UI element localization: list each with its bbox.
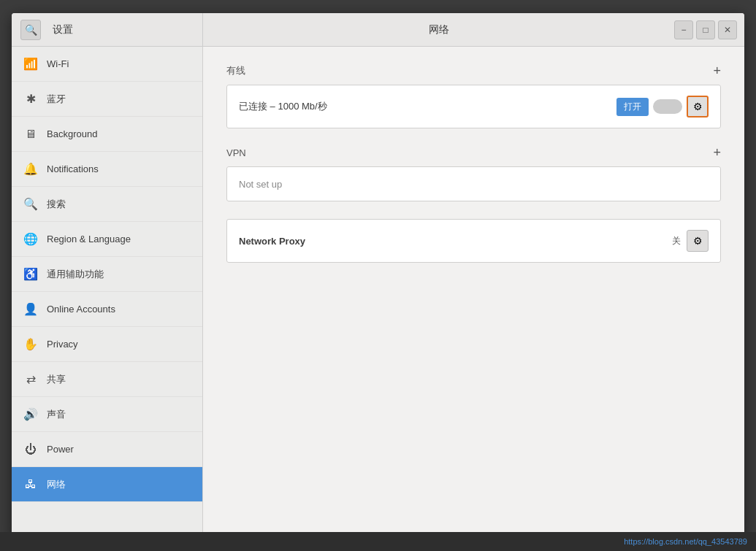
sidebar-label-wifi: Wi-Fi [47, 58, 69, 69]
wired-connection-row: 已连接 – 1000 Mb/秒 打开 ⚙ [226, 85, 721, 128]
sidebar-item-network[interactable]: 🖧 网络 [12, 467, 202, 502]
sidebar-label-region: Region & Language [47, 234, 131, 244]
wired-gear-button[interactable]: ⚙ [687, 96, 709, 117]
privacy-icon: ✋ [23, 337, 38, 351]
wired-section: 有线 + 已连接 – 1000 Mb/秒 打开 ⚙ [226, 64, 721, 128]
vpn-not-setup-row: Not set up [226, 166, 721, 201]
settings-window: 🔍 设置 网络 − □ ✕ 📶 Wi-Fi ✱ 蓝牙 🖥 B [12, 13, 744, 537]
wired-connection-label: 已连接 – 1000 Mb/秒 [239, 100, 327, 113]
proxy-gear-button[interactable]: ⚙ [687, 230, 709, 252]
share-icon: ⇄ [23, 372, 38, 386]
network-title: 网络 [203, 23, 674, 36]
sidebar-item-privacy[interactable]: ✋ Privacy [12, 327, 202, 362]
wired-toggle-slider[interactable] [653, 99, 682, 114]
sidebar-label-bluetooth: 蓝牙 [47, 93, 66, 106]
sidebar-item-search[interactable]: 🔍 搜索 [12, 187, 202, 222]
sidebar: 📶 Wi-Fi ✱ 蓝牙 🖥 Background 🔔 Notification… [12, 47, 203, 537]
sidebar-label-online-accounts: Online Accounts [47, 304, 115, 315]
sidebar-label-privacy: Privacy [47, 339, 78, 350]
window-controls: − □ ✕ [674, 20, 744, 39]
sidebar-label-background: Background [47, 128, 97, 139]
sidebar-label-sound: 声音 [47, 408, 66, 421]
vpn-section-header: VPN + [226, 146, 721, 159]
sidebar-item-online-accounts[interactable]: 👤 Online Accounts [12, 292, 202, 327]
titlebar: 🔍 设置 网络 − □ ✕ [12, 13, 744, 47]
bell-icon: 🔔 [23, 162, 38, 176]
window-body: 📶 Wi-Fi ✱ 蓝牙 🖥 Background 🔔 Notification… [12, 47, 744, 537]
vpn-add-button[interactable]: + [713, 146, 721, 159]
proxy-row: Network Proxy 关 ⚙ [226, 219, 721, 263]
sidebar-label-accessibility: 通用辅助功能 [47, 268, 104, 281]
bluetooth-icon: ✱ [23, 92, 38, 106]
wired-section-header: 有线 + [226, 64, 721, 77]
sidebar-item-notifications[interactable]: 🔔 Notifications [12, 152, 202, 187]
wired-controls: 打开 ⚙ [616, 96, 709, 117]
wifi-icon: 📶 [23, 57, 38, 71]
minimize-button[interactable]: − [674, 20, 693, 39]
vpn-not-setup-label: Not set up [239, 179, 282, 190]
sidebar-item-sharing[interactable]: ⇄ 共享 [12, 362, 202, 397]
vpn-title: VPN [226, 147, 246, 158]
accessibility-icon: ♿ [23, 267, 38, 281]
accounts-icon: 👤 [23, 302, 38, 316]
wired-title: 有线 [226, 64, 245, 77]
sidebar-label-power: Power [47, 444, 74, 455]
vpn-section: VPN + Not set up [226, 146, 721, 201]
search-icon: 🔍 [23, 197, 38, 211]
wired-add-button[interactable]: + [713, 64, 721, 77]
sidebar-item-wifi[interactable]: 📶 Wi-Fi [12, 47, 202, 82]
sidebar-item-power[interactable]: ⏻ Power [12, 432, 202, 467]
settings-title: 设置 [53, 23, 73, 36]
proxy-label: Network Proxy [239, 236, 305, 247]
proxy-section: Network Proxy 关 ⚙ [226, 219, 721, 263]
search-button[interactable]: 🔍 [20, 20, 41, 40]
sidebar-label-notifications: Notifications [47, 163, 99, 174]
sidebar-item-sound[interactable]: 🔊 声音 [12, 397, 202, 432]
statusbar: https://blog.csdn.net/qq_43543789 [0, 532, 756, 551]
sidebar-label-sharing: 共享 [47, 373, 66, 386]
globe-icon: 🌐 [23, 232, 38, 246]
proxy-controls: 关 ⚙ [672, 230, 709, 252]
titlebar-left: 🔍 设置 [12, 13, 203, 46]
main-content: 有线 + 已连接 – 1000 Mb/秒 打开 ⚙ VPN + [203, 47, 744, 537]
power-icon: ⏻ [23, 443, 38, 456]
sidebar-item-background[interactable]: 🖥 Background [12, 117, 202, 152]
network-icon: 🖧 [23, 478, 38, 491]
statusbar-link: https://blog.csdn.net/qq_43543789 [624, 537, 747, 546]
sidebar-item-region[interactable]: 🌐 Region & Language [12, 222, 202, 257]
sidebar-label-search: 搜索 [47, 198, 66, 211]
sidebar-item-accessibility[interactable]: ♿ 通用辅助功能 [12, 257, 202, 292]
sound-icon: 🔊 [23, 407, 38, 421]
proxy-status: 关 [672, 235, 681, 247]
close-button[interactable]: ✕ [718, 20, 737, 39]
background-icon: 🖥 [23, 128, 38, 141]
maximize-button[interactable]: □ [696, 20, 715, 39]
sidebar-label-network: 网络 [47, 478, 66, 491]
sidebar-item-bluetooth[interactable]: ✱ 蓝牙 [12, 82, 202, 117]
wired-toggle-button[interactable]: 打开 [616, 98, 649, 116]
